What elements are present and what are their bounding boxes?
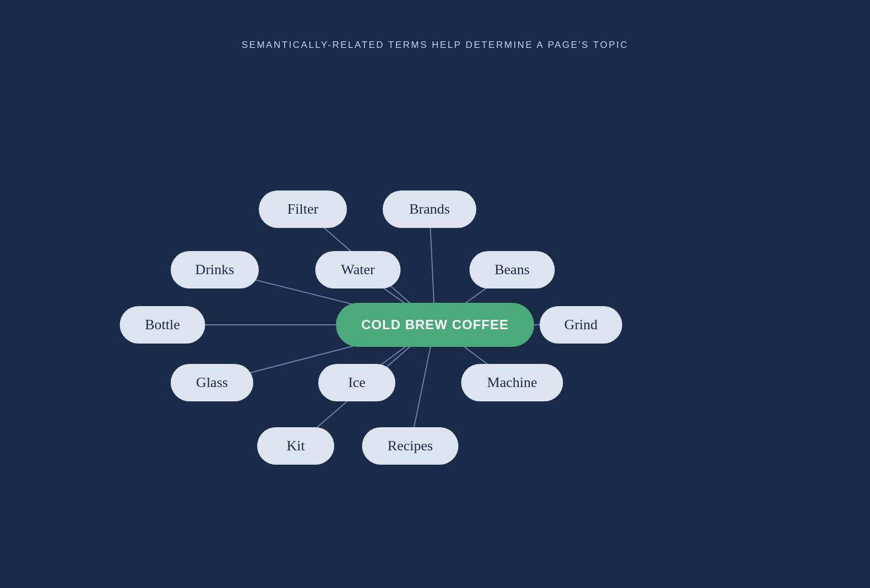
node-glass: Glass bbox=[171, 364, 253, 401]
node-kit: Kit bbox=[257, 427, 334, 465]
node-grind: Grind bbox=[540, 306, 622, 344]
node-center: COLD BREW COFFEE bbox=[336, 303, 534, 347]
node-machine: Machine bbox=[461, 364, 563, 401]
node-ice: Ice bbox=[318, 364, 395, 401]
node-drinks: Drinks bbox=[171, 251, 259, 288]
node-water: Water bbox=[316, 251, 401, 288]
node-recipes: Recipes bbox=[362, 427, 459, 465]
node-beans: Beans bbox=[470, 251, 555, 288]
node-filter: Filter bbox=[259, 190, 347, 228]
diagram-container: COLD BREW COFFEEFilterBrandsDrinksWaterB… bbox=[0, 88, 870, 588]
node-bottle: Bottle bbox=[120, 306, 205, 344]
node-brands: Brands bbox=[383, 190, 476, 228]
page-title: SEMANTICALLY-RELATED TERMS HELP DETERMIN… bbox=[0, 0, 870, 51]
